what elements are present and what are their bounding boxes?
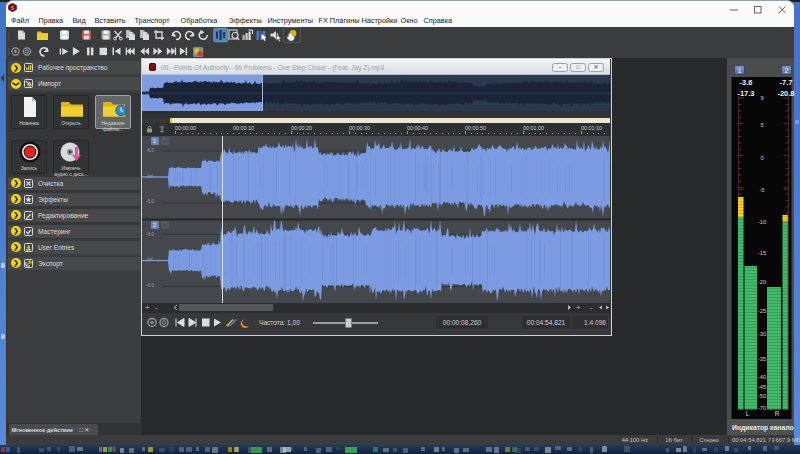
svg-text:-50: -50 <box>758 393 766 399</box>
svg-text:0: 0 <box>760 155 763 161</box>
svg-text:-35: -35 <box>758 356 766 362</box>
svg-text:+: + <box>145 303 150 312</box>
svg-text:5: 5 <box>760 122 763 128</box>
svg-text:-25: -25 <box>758 308 766 314</box>
svg-text:-5: -5 <box>759 187 764 193</box>
svg-text:R: R <box>775 410 780 417</box>
svg-text:-30: -30 <box>758 331 766 337</box>
svg-text:-20: -20 <box>758 279 766 285</box>
svg-text:+: + <box>576 303 581 312</box>
svg-text:-45: -45 <box>758 384 766 390</box>
svg-text:-70: -70 <box>758 405 766 411</box>
svg-text:-15: -15 <box>758 250 766 256</box>
svg-text:L: L <box>746 410 750 417</box>
svg-text:-10: -10 <box>758 219 766 225</box>
svg-text:-: - <box>155 303 158 312</box>
svg-text:-40: -40 <box>758 374 766 380</box>
svg-text:-: - <box>590 303 593 312</box>
